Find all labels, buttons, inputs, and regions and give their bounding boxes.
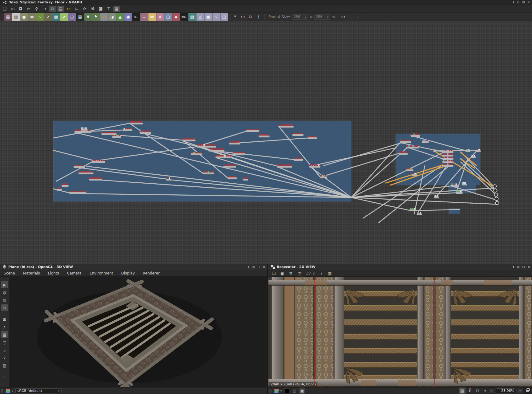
close-icon[interactable]: × [528, 265, 530, 269]
graph-node[interactable] [92, 161, 105, 163]
float-icon[interactable]: ⧉ [252, 265, 255, 269]
plane-icon[interactable]: ◇ [1, 347, 8, 353]
histogram-icon[interactable]: ▥ [326, 270, 333, 276]
fxmap-paramset-node[interactable]: ▢ [220, 13, 228, 21]
graph-node[interactable] [243, 179, 248, 181]
clean-button[interactable]: ⍡ [105, 6, 112, 12]
blend-node[interactable]: ◑ [108, 13, 116, 21]
zoom-in-button[interactable]: + [518, 389, 522, 393]
fxmap-iterate-node[interactable]: ∿ [212, 13, 220, 21]
menu-scene[interactable]: Scene [4, 271, 15, 275]
gradient-map-node[interactable]: ▼ [84, 13, 92, 21]
axes-icon[interactable]: ⋏ [1, 323, 8, 330]
flood-fill-node[interactable]: ◆ [172, 13, 180, 21]
display-settings-icon[interactable]: ⊡ [1, 304, 8, 311]
graph-node[interactable] [308, 137, 317, 139]
fit-actual-icon[interactable]: ☧ [466, 388, 473, 394]
background-swatch[interactable] [284, 388, 289, 393]
output-node[interactable] [494, 189, 497, 192]
graph-node[interactable] [130, 123, 143, 124]
float-icon[interactable]: ⧉ [517, 0, 519, 5]
maximize-icon[interactable]: ⊡ [257, 265, 260, 269]
hsl-node[interactable]: ◉ [124, 13, 132, 21]
graph-node[interactable] [292, 134, 304, 136]
float-icon[interactable]: ⧉ [517, 265, 519, 269]
graph-node[interactable] [81, 129, 88, 131]
bitmap-node[interactable]: ▦ [4, 13, 12, 21]
graph-node[interactable] [442, 155, 453, 156]
drag-handle[interactable]: |||| [269, 389, 271, 393]
graph-node[interactable] [399, 153, 408, 155]
menu-materials[interactable]: Materials [23, 271, 40, 275]
channels-icon[interactable]: ▥ [291, 388, 298, 394]
tile-generator-node[interactable]: ▦ [76, 13, 84, 21]
graph-node[interactable] [183, 140, 195, 141]
stats-icon[interactable]: ▥ [1, 362, 8, 369]
value-processor-node[interactable]: a01 [180, 13, 188, 21]
warp-node[interactable]: ↗ [44, 13, 52, 21]
align-horizontal-button[interactable]: ⊶ [340, 14, 347, 20]
node-graph[interactable] [0, 21, 532, 264]
snap-grid-button[interactable]: ▦ [113, 6, 120, 12]
dot-node-tile[interactable]: ⊶ [100, 13, 108, 21]
output-node[interactable] [495, 197, 498, 201]
graph-node[interactable] [89, 179, 102, 181]
pin-icon[interactable]: ✒ [511, 1, 515, 3]
graph-node[interactable] [123, 129, 132, 131]
graph-node[interactable] [74, 166, 85, 168]
link-creation-button[interactable]: ⊸ [41, 6, 48, 12]
graph-node[interactable] [320, 177, 327, 178]
wireframe-icon[interactable]: ⊞ [1, 316, 8, 323]
mirror-node[interactable]: ⋈ [148, 13, 156, 21]
graph-node[interactable] [216, 156, 232, 158]
bounding-box-icon[interactable]: ▢ [1, 339, 8, 346]
tiling-grid-icon[interactable]: ▦ [459, 388, 465, 394]
menu-lights[interactable]: Lights [48, 271, 59, 275]
graph-node[interactable] [166, 179, 171, 181]
drag-handle[interactable]: |||| [1, 389, 3, 393]
graph-node[interactable] [79, 173, 94, 174]
graph-node[interactable] [406, 147, 419, 148]
stacked-panels-button[interactable]: ▤ [57, 6, 64, 12]
graph-node[interactable] [279, 126, 294, 128]
graph-node[interactable] [57, 189, 62, 191]
graph-node[interactable] [228, 177, 237, 179]
info-mode-button[interactable]: i∨ [25, 6, 32, 12]
graph-node[interactable] [75, 131, 91, 133]
display-connectors-button[interactable]: ⊶ [65, 6, 72, 12]
graph-node[interactable] [140, 132, 151, 134]
graph-node[interactable] [400, 141, 411, 143]
scene-tree-icon[interactable]: ⊢ [1, 373, 8, 380]
graph-node[interactable] [232, 153, 245, 155]
compute-time-button[interactable]: ⟳ [81, 6, 88, 12]
crop-node[interactable]: ▢ [164, 13, 172, 21]
layers-icon[interactable]: ❏ [270, 270, 277, 276]
graph-node[interactable] [197, 146, 216, 148]
graph-canvas[interactable] [0, 21, 532, 264]
lock-zoom-button[interactable] [524, 388, 531, 394]
levels-node[interactable]: ▲ [116, 13, 124, 21]
reset-size-icon[interactable]: ⟲ [332, 15, 335, 19]
graph-node[interactable] [62, 185, 69, 187]
blur-node[interactable]: ● [20, 13, 28, 21]
graph-node[interactable] [465, 150, 470, 152]
graph-node[interactable] [246, 130, 259, 132]
zoom-1-1-button[interactable]: 1:1 [9, 6, 16, 12]
output-node[interactable] [496, 201, 499, 205]
save-image-icon[interactable]: ▣ [279, 270, 286, 276]
graph-node[interactable] [203, 173, 214, 174]
snap-magnet-button[interactable]: ⌓ [355, 14, 362, 20]
grayscale-conversion-node[interactable]: 01 [132, 13, 140, 21]
2d-viewport[interactable]: 2048 x 2048 (RGBA, 8bpc) [268, 277, 532, 387]
graph-node[interactable] [462, 184, 467, 185]
export-image-icon[interactable]: ◳ [296, 270, 303, 276]
uv-select[interactable]: UV ∨ [305, 270, 316, 276]
output-node[interactable] [493, 185, 497, 188]
graph-node[interactable] [223, 166, 236, 168]
parent-size-width-select[interactable]: 256∨ [292, 14, 308, 20]
portal-node-button[interactable]: ⧉ [247, 14, 254, 20]
copy-image-icon[interactable]: ⧉ [288, 270, 294, 276]
directional-warp-node[interactable]: ⇄ [28, 13, 36, 21]
close-icon[interactable]: × [263, 265, 265, 269]
graph-node[interactable] [259, 136, 270, 137]
